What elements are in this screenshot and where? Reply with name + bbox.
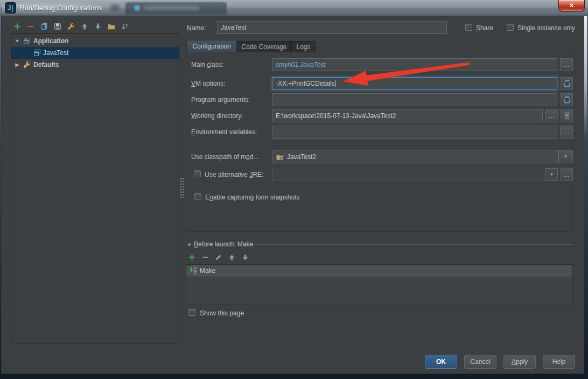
window-title: Run/Debug Configurations <box>19 4 102 12</box>
main-class-browse-button[interactable]: … <box>560 58 573 71</box>
arrow-up-icon <box>228 253 236 261</box>
ok-button[interactable]: OK <box>425 355 457 369</box>
window-edge-highlight <box>584 16 587 139</box>
tree-item-javatest[interactable]: JavaTest <box>11 47 179 59</box>
alternative-jre-label: Use alternative JRE: <box>205 171 263 178</box>
add-icon <box>188 253 196 261</box>
sort-configurations-button[interactable] <box>120 21 130 32</box>
name-label: Name: <box>187 24 206 32</box>
cancel-button[interactable]: Cancel <box>464 355 496 369</box>
alternative-jre-checkbox[interactable] <box>194 170 201 177</box>
classpath-module-value: JavaTest2 <box>287 151 316 163</box>
tree-item-defaults[interactable]: ▶ Defaults <box>11 59 179 71</box>
help-button[interactable]: Help <box>543 355 575 369</box>
add-configuration-button[interactable] <box>12 21 23 32</box>
background-editor-tab-blur <box>125 2 227 15</box>
edit-defaults-button[interactable] <box>66 21 76 32</box>
wrench-icon <box>67 22 75 31</box>
task-item-label: Make <box>200 267 215 274</box>
configurations-tree: ▼ Application JavaTest ▶ Defaults <box>11 33 179 343</box>
tree-item-label: Defaults <box>33 61 59 68</box>
vm-options-field[interactable]: -XX:+PrintGCDetails <box>272 77 557 90</box>
svg-text:01: 01 <box>194 272 197 275</box>
chevron-down-icon: ▼ <box>550 172 554 177</box>
expand-editor-icon <box>563 95 571 104</box>
close-button[interactable]: × <box>558 0 585 11</box>
share-checkbox[interactable] <box>465 24 472 31</box>
single-instance-label: Single instance only <box>517 24 575 32</box>
pencil-icon <box>214 253 222 261</box>
working-directory-macro-button[interactable] <box>561 109 573 122</box>
save-icon <box>53 22 62 31</box>
copy-configuration-button[interactable] <box>39 21 50 32</box>
remove-task-button[interactable] <box>200 252 211 263</box>
tab-logs[interactable]: Logs <box>291 41 316 52</box>
remove-icon <box>26 22 35 31</box>
environment-variables-field[interactable] <box>272 126 557 139</box>
working-directory-label: Working directory: <box>191 112 243 120</box>
task-move-up-button[interactable] <box>226 252 237 263</box>
classpath-module-combo[interactable]: JavaTest2 <box>272 150 558 163</box>
vm-options-value: -XX:+PrintGCDetails <box>276 80 335 87</box>
working-directory-browse-button[interactable]: … <box>545 109 558 122</box>
task-move-down-button[interactable] <box>240 252 250 263</box>
alternative-jre-dropdown-button[interactable]: ▼ <box>545 168 558 181</box>
add-task-button[interactable] <box>186 252 197 263</box>
save-configuration-button[interactable] <box>52 21 63 32</box>
single-instance-checkbox[interactable] <box>507 24 514 31</box>
collapsed-arrow-icon[interactable]: ▶ <box>14 62 20 67</box>
apply-button[interactable]: Apply <box>503 355 536 369</box>
tab-configuration[interactable]: Configuration <box>186 40 237 52</box>
task-item-make[interactable]: 011001 Make <box>186 265 572 277</box>
arrow-down-icon <box>94 22 102 31</box>
form-snapshots-checkbox[interactable] <box>194 193 201 200</box>
tab-code-coverage[interactable]: Code Coverage <box>237 41 291 52</box>
main-class-field[interactable]: smyh01.JavaTest <box>272 58 557 71</box>
before-launch-task-list: 011001 Make <box>186 264 573 305</box>
program-arguments-label: Program arguments: <box>191 96 250 104</box>
copy-icon <box>40 22 48 31</box>
run-debug-configurations-window: J| Run/Debug Configurations × <box>0 0 588 379</box>
vm-options-expand-button[interactable] <box>561 77 573 90</box>
classpath-dropdown-button[interactable]: ▼ <box>558 150 573 163</box>
before-launch-collapse-icon[interactable]: ▼ <box>187 242 192 247</box>
move-down-button[interactable] <box>93 21 103 32</box>
program-arguments-expand-button[interactable] <box>561 93 573 106</box>
chevron-down-icon: ▼ <box>564 154 568 159</box>
tree-item-label: Application <box>33 37 68 45</box>
tree-item-label: JavaTest <box>43 49 68 57</box>
background-tab-icon-blur <box>134 5 140 11</box>
title-bar: J| Run/Debug Configurations × <box>0 0 588 16</box>
document-list-icon <box>563 112 571 120</box>
application-icon <box>33 49 41 57</box>
environment-variables-label: Environment variables: <box>191 128 257 136</box>
name-input[interactable]: JavaTest <box>217 21 447 34</box>
show-this-page-label: Show this page <box>200 309 244 317</box>
new-folder-button[interactable] <box>106 21 117 32</box>
show-this-page-checkbox[interactable] <box>188 309 195 316</box>
ellipsis-icon: … <box>563 61 570 68</box>
environment-variables-browse-button[interactable]: … <box>560 126 573 139</box>
defaults-wrench-icon <box>23 60 31 69</box>
main-class-label: Main class: <box>191 61 223 68</box>
working-directory-field[interactable]: E:\workspace\2015-07-13-Java\JavaTest2 <box>272 109 543 122</box>
alternative-jre-browse-button[interactable]: … <box>561 168 573 181</box>
main-class-value: smyh01.JavaTest <box>276 61 326 68</box>
module-icon <box>276 153 284 161</box>
classpath-module-label: Use classpath of mod... <box>191 153 258 161</box>
move-up-button[interactable] <box>79 21 90 32</box>
alternative-jre-combo[interactable] <box>272 168 558 181</box>
text-caret <box>335 80 335 87</box>
expanded-arrow-icon[interactable]: ▼ <box>14 38 20 44</box>
before-launch-divider <box>255 244 572 245</box>
tree-item-application[interactable]: ▼ Application <box>11 35 179 47</box>
remove-configuration-button[interactable] <box>25 21 36 32</box>
arrow-down-icon <box>241 253 249 261</box>
ellipsis-icon: … <box>549 112 555 120</box>
program-arguments-field[interactable] <box>272 93 557 106</box>
application-type-icon <box>23 37 31 45</box>
remove-icon <box>201 253 209 261</box>
edit-task-button[interactable] <box>213 252 223 263</box>
arrow-up-icon <box>80 22 89 31</box>
splitter-handle[interactable] <box>180 177 184 198</box>
